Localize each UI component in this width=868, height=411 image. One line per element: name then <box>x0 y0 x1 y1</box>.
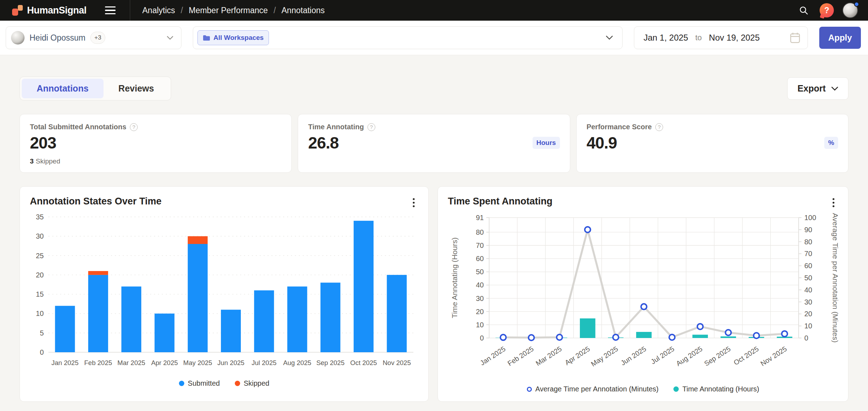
app-root: HumanSignal Analytics / Member Performan… <box>0 0 868 402</box>
tab-group: Annotations Reviews <box>20 77 171 100</box>
svg-text:30: 30 <box>36 232 44 240</box>
top-bar: HumanSignal Analytics / Member Performan… <box>0 0 868 21</box>
svg-text:15: 15 <box>36 290 44 298</box>
skipped-count: 3 <box>30 157 34 165</box>
svg-text:Jun 2025: Jun 2025 <box>619 345 647 367</box>
member-extra-count: +3 <box>90 32 105 44</box>
humansignal-logo-icon <box>12 4 23 16</box>
svg-text:Mar 2025: Mar 2025 <box>117 359 145 366</box>
user-avatar[interactable] <box>842 2 858 18</box>
date-to-word: to <box>695 33 702 42</box>
kebab-menu-icon[interactable] <box>409 196 418 210</box>
svg-text:40: 40 <box>476 281 484 289</box>
export-label: Export <box>798 83 826 94</box>
svg-text:0: 0 <box>480 334 484 342</box>
combo-bar-line-chart: 0102030405060708091010203040506070809010… <box>448 210 838 382</box>
svg-text:Feb 2025: Feb 2025 <box>506 345 535 367</box>
svg-text:10: 10 <box>36 309 44 317</box>
stat-card-time-annotating: Time Annotating ? 26.8 Hours <box>298 114 570 173</box>
legend-item-skipped[interactable]: Skipped <box>235 379 269 387</box>
tab-reviews[interactable]: Reviews <box>104 79 169 98</box>
stat-value: 40.9 <box>587 133 617 152</box>
svg-text:10: 10 <box>476 321 484 329</box>
chart-legend: Average Time per Annotation (Minutes) Ti… <box>448 385 838 393</box>
workspace-select[interactable]: All Workspaces <box>193 26 623 49</box>
help-icon[interactable]: ? <box>820 3 834 17</box>
tab-annotations[interactable]: Annotations <box>22 79 104 98</box>
stacked-bar-chart: 05101520253035Jan 2025Feb 2025Mar 2025Ap… <box>30 210 418 376</box>
svg-text:0: 0 <box>804 334 808 342</box>
topbar-divider <box>130 0 130 21</box>
svg-text:50: 50 <box>804 274 812 282</box>
date-range-picker[interactable]: Jan 1, 2025 to Nov 19, 2025 <box>634 26 808 49</box>
svg-text:50: 50 <box>476 268 484 276</box>
legend-ring-avg-time <box>527 387 532 392</box>
search-icon[interactable] <box>795 2 812 19</box>
svg-text:40: 40 <box>804 286 812 294</box>
folder-icon <box>203 35 210 41</box>
member-name: Heidi Opossum <box>30 33 85 43</box>
breadcrumb-separator: / <box>181 6 183 15</box>
legend-dot-hours <box>673 386 679 392</box>
member-select[interactable]: Heidi Opossum +3 <box>6 26 181 49</box>
brand-logo: HumanSignal <box>12 4 86 16</box>
svg-text:60: 60 <box>804 262 812 270</box>
svg-text:Mar 2025: Mar 2025 <box>534 345 563 367</box>
legend-item-hours[interactable]: Time Annotating (Hours) <box>673 385 759 393</box>
question-circle-icon[interactable]: ? <box>130 123 138 131</box>
stat-title: Performance Score <box>587 123 652 131</box>
question-circle-icon[interactable]: ? <box>367 123 375 131</box>
kebab-menu-icon[interactable] <box>829 196 838 210</box>
svg-text:35: 35 <box>36 213 44 221</box>
breadcrumb-annotations[interactable]: Annotations <box>281 6 324 15</box>
legend-item-submitted[interactable]: Submitted <box>179 379 220 387</box>
legend-dot-submitted <box>179 381 184 386</box>
stat-value: 26.8 <box>308 133 339 152</box>
svg-text:Jul 2025: Jul 2025 <box>252 359 276 366</box>
stat-title: Time Annotating <box>308 123 364 131</box>
date-to: Nov 19, 2025 <box>709 33 760 43</box>
breadcrumb-separator: / <box>274 6 276 15</box>
breadcrumb-analytics[interactable]: Analytics <box>142 6 175 15</box>
chart-legend: Submitted Skipped <box>30 379 418 387</box>
workspace-chip-label: All Workspaces <box>213 34 264 42</box>
export-button[interactable]: Export <box>787 77 848 100</box>
chart-annotation-states: Annotation States Over Time 051015202530… <box>20 186 429 402</box>
svg-text:Time Annotating (Hours): Time Annotating (Hours) <box>450 238 459 318</box>
member-avatar <box>11 31 25 45</box>
workspace-chip[interactable]: All Workspaces <box>197 30 269 45</box>
calendar-icon[interactable] <box>790 32 800 43</box>
svg-text:Nov 2025: Nov 2025 <box>759 345 788 368</box>
tabs-row: Annotations Reviews Export <box>20 77 848 100</box>
svg-text:Jul 2025: Jul 2025 <box>649 345 676 366</box>
stats-row: Total Submitted Annotations ? 203 3Skipp… <box>20 114 848 173</box>
svg-text:Aug 2025: Aug 2025 <box>674 345 704 368</box>
question-circle-icon[interactable]: ? <box>655 123 663 131</box>
skipped-label: Skipped <box>36 157 60 165</box>
svg-text:20: 20 <box>804 310 812 318</box>
svg-text:25: 25 <box>36 252 44 260</box>
svg-text:May 2025: May 2025 <box>589 345 619 368</box>
svg-text:May 2025: May 2025 <box>183 359 212 366</box>
svg-text:Aug 2025: Aug 2025 <box>283 359 311 366</box>
svg-text:10: 10 <box>804 322 812 330</box>
svg-text:Jun 2025: Jun 2025 <box>217 359 244 366</box>
svg-text:20: 20 <box>36 271 44 279</box>
stat-card-performance-score: Performance Score ? 40.9 % <box>576 114 848 173</box>
stat-value: 203 <box>30 133 56 152</box>
svg-text:Sep 2025: Sep 2025 <box>703 345 732 368</box>
chart-time-spent: Time Spent Annotating 010203040506070809… <box>438 186 848 402</box>
chart-title: Time Spent Annotating <box>448 196 552 207</box>
apply-button[interactable]: Apply <box>819 27 861 49</box>
legend-item-avg-time[interactable]: Average Time per Annotation (Minutes) <box>527 385 658 393</box>
svg-text:30: 30 <box>476 295 484 302</box>
svg-text:Feb 2025: Feb 2025 <box>84 359 112 366</box>
main-content: Annotations Reviews Export Total Submitt… <box>0 55 868 402</box>
breadcrumb-member-performance[interactable]: Member Performance <box>189 6 268 15</box>
svg-text:5: 5 <box>40 329 44 337</box>
hamburger-menu-icon[interactable] <box>105 3 119 17</box>
svg-text:30: 30 <box>804 298 812 306</box>
legend-dot-skipped <box>235 381 240 386</box>
stat-footer: 3Skipped <box>30 157 60 165</box>
date-from: Jan 1, 2025 <box>644 33 688 43</box>
